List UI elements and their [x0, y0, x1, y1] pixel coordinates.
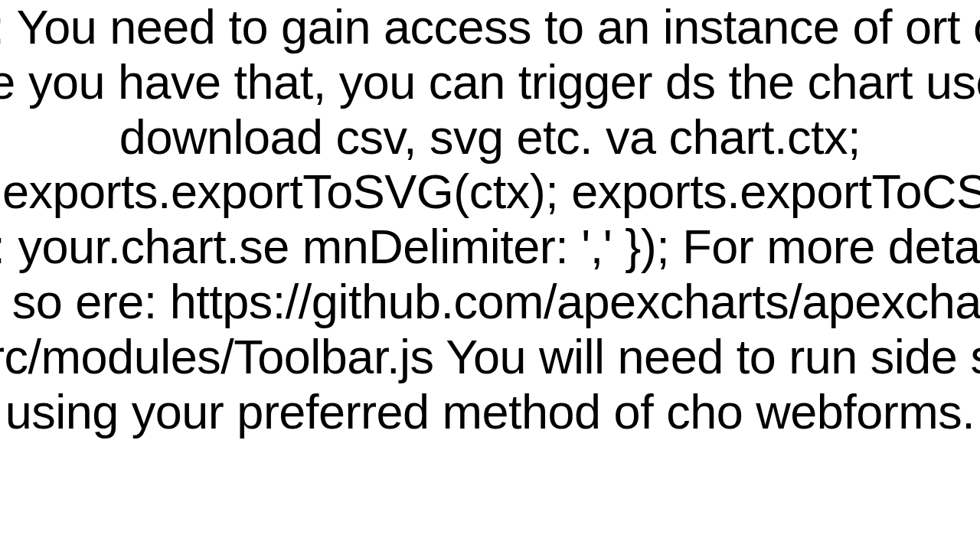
- answer-body-text: ver 1: You need to gain access to an ins…: [0, 0, 980, 440]
